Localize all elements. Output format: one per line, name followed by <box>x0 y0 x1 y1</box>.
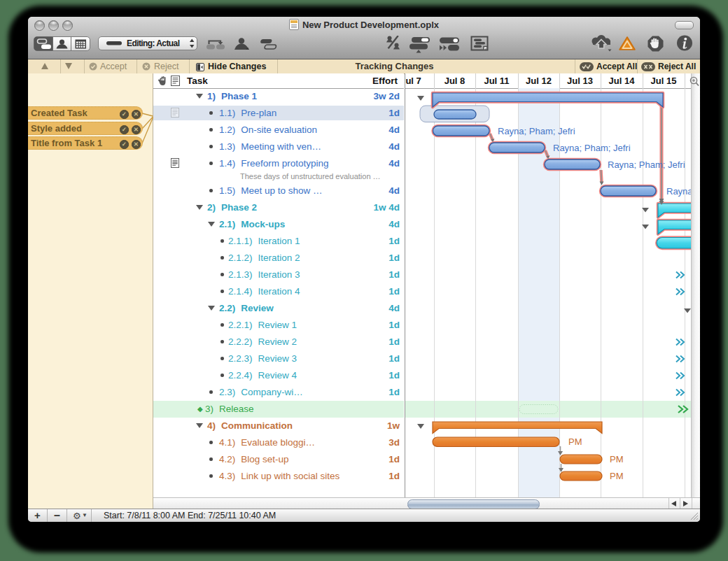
svg-text:PM: PM <box>568 436 582 447</box>
svg-text:Rayna; Pham; Jefri: Rayna; Pham; Jefri <box>553 143 631 153</box>
svg-text:Rayna: Rayna <box>666 186 691 197</box>
svg-text:Rayna; Pham; Jefri: Rayna; Pham; Jefri <box>498 126 575 136</box>
svg-text:Editing: Actual: Editing: Actual <box>127 38 180 48</box>
svg-text:PM: PM <box>610 454 624 464</box>
svg-text:PM: PM <box>610 471 624 481</box>
svg-text:Rayna; Pham; Jefri: Rayna; Pham; Jefri <box>608 159 685 170</box>
